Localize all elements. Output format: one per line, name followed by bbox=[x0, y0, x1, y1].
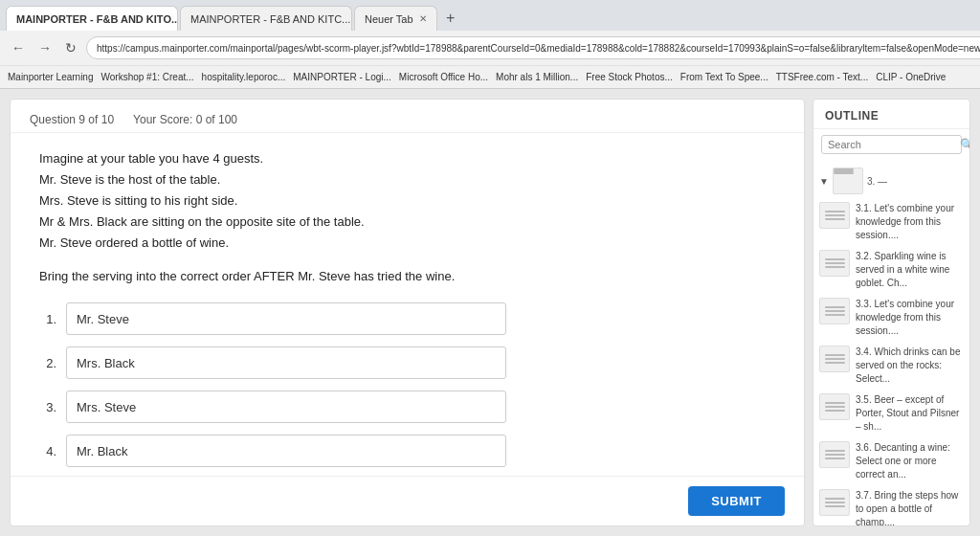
outline-thumb-3-7 bbox=[819, 489, 850, 516]
outline-text-3-3: 3.3. Let's combine your knowledge from t… bbox=[856, 298, 964, 338]
outline-item-3-4[interactable]: 3.4. Which drinks can be served on the r… bbox=[813, 342, 969, 390]
outline-item-3-5[interactable]: 3.5. Beer – except of Porter, Stout and … bbox=[813, 390, 969, 437]
tab-2-label: MAINPORTER - F&B AND KITC... bbox=[190, 13, 350, 25]
question-text: Imagine at your table you have 4 guests.… bbox=[39, 148, 775, 254]
answer-input-4[interactable] bbox=[66, 435, 506, 467]
outline-item-3-2[interactable]: 3.2. Sparkling wine is served in a white… bbox=[813, 246, 969, 294]
bookmark-2[interactable]: Workshop #1: Creat... bbox=[101, 72, 194, 82]
tab-3[interactable]: Neuer Tab ✕ bbox=[354, 6, 437, 31]
answer-number-3: 3. bbox=[39, 400, 56, 414]
outline-item-3-1[interactable]: 3.1. Let's combine your knowledge from t… bbox=[813, 198, 969, 246]
answer-row-1: 1. bbox=[39, 302, 775, 335]
outline-text-3-4: 3.4. Which drinks can be served on the r… bbox=[856, 346, 964, 386]
bookmarks-bar: Mainporter Learning Workshop #1: Creat..… bbox=[0, 65, 980, 88]
answer-input-3[interactable] bbox=[66, 391, 506, 423]
tab-bar: MAINPORTER - F&B AND KITO... ✕ MAINPORTE… bbox=[0, 0, 980, 31]
tab-1-label: MAINPORTER - F&B AND KITO... bbox=[16, 13, 178, 25]
outline-thumb-3-5 bbox=[819, 393, 850, 420]
bookmark-8[interactable]: From Text To Spee... bbox=[680, 72, 768, 82]
outline-expand-row[interactable]: ▼ 3. — bbox=[813, 164, 969, 198]
answer-number-1: 1. bbox=[39, 312, 56, 326]
reload-button[interactable]: ↻ bbox=[61, 38, 80, 57]
forward-button[interactable]: → bbox=[34, 38, 56, 57]
scenario-line-4: Mr & Mrs. Black are sitting on the oppos… bbox=[39, 212, 775, 233]
tab-2[interactable]: MAINPORTER - F&B AND KITC... ✕ bbox=[180, 6, 352, 31]
answer-number-2: 2. bbox=[39, 356, 56, 370]
outline-expand-thumb bbox=[833, 168, 863, 194]
quiz-area: Question 9 of 10 Your Score: 0 of 100 Im… bbox=[10, 99, 805, 526]
url-input[interactable]: https://campus.mainporter.com/mainportal… bbox=[86, 36, 980, 59]
bookmark-1[interactable]: Mainporter Learning bbox=[8, 72, 94, 82]
outline-thumb-3-4 bbox=[819, 346, 850, 372]
search-icon: 🔍 bbox=[960, 138, 970, 151]
bookmark-5[interactable]: Microsoft Office Ho... bbox=[399, 72, 488, 82]
outline-item-3-7[interactable]: 3.7. Bring the steps how to open a bottl… bbox=[813, 485, 969, 525]
question-number: Question 9 of 10 bbox=[30, 113, 114, 126]
answer-row-3: 3. bbox=[39, 391, 775, 423]
tab-3-close[interactable]: ✕ bbox=[419, 13, 427, 24]
answer-row-2: 2. bbox=[39, 346, 775, 379]
outline-text-3-5: 3.5. Beer – except of Porter, Stout and … bbox=[856, 393, 964, 434]
score-display: Your Score: 0 of 100 bbox=[133, 113, 237, 126]
quiz-body: Imagine at your table you have 4 guests.… bbox=[11, 133, 804, 476]
browser-chrome: MAINPORTER - F&B AND KITO... ✕ MAINPORTE… bbox=[0, 0, 980, 89]
back-button[interactable]: ← bbox=[8, 38, 29, 57]
new-tab-button[interactable]: + bbox=[439, 7, 462, 30]
tab-1[interactable]: MAINPORTER - F&B AND KITO... ✕ bbox=[6, 6, 178, 31]
expand-label: 3. — bbox=[867, 176, 887, 187]
outline-list: ▼ 3. — 3.1. Let's combine your knowledge… bbox=[813, 160, 969, 525]
quiz-header: Question 9 of 10 Your Score: 0 of 100 bbox=[11, 100, 804, 133]
answer-input-1[interactable] bbox=[66, 302, 506, 335]
tab-3-label: Neuer Tab bbox=[365, 13, 413, 25]
outline-text-3-6: 3.6. Decanting a wine: Select one or mor… bbox=[856, 441, 964, 481]
outline-thumb-3-1 bbox=[819, 202, 850, 229]
bookmark-9[interactable]: TTSFree.com - Text... bbox=[776, 72, 869, 82]
instruction-text: Bring the serving into the correct order… bbox=[39, 269, 775, 283]
outline-search-box[interactable]: 🔍 bbox=[821, 135, 962, 154]
scenario-line-5: Mr. Steve ordered a bottle of wine. bbox=[39, 233, 775, 254]
outline-search-input[interactable] bbox=[828, 139, 960, 150]
outline-thumb-3-2 bbox=[819, 250, 850, 277]
scenario-line-3: Mrs. Steve is sitting to his right side. bbox=[39, 190, 775, 212]
quiz-footer: SUBMIT bbox=[11, 476, 804, 525]
outline-thumb-3-6 bbox=[819, 441, 850, 468]
main-content: Question 9 of 10 Your Score: 0 of 100 Im… bbox=[0, 89, 980, 536]
outline-text-3-2: 3.2. Sparkling wine is served in a white… bbox=[856, 250, 964, 290]
outline-item-3-6[interactable]: 3.6. Decanting a wine: Select one or mor… bbox=[813, 437, 969, 485]
url-text: https://campus.mainporter.com/mainportal… bbox=[97, 43, 980, 54]
bookmark-3[interactable]: hospitality.leporoc... bbox=[202, 72, 286, 82]
submit-button[interactable]: SUBMIT bbox=[688, 486, 785, 516]
outline-item-3-3[interactable]: 3.3. Let's combine your knowledge from t… bbox=[813, 294, 969, 342]
scenario-line-2: Mr. Steve is the host of the table. bbox=[39, 169, 775, 190]
outline-title: OUTLINE bbox=[813, 100, 969, 129]
outline-text-3-7: 3.7. Bring the steps how to open a bottl… bbox=[856, 489, 964, 525]
outline-thumb-3-3 bbox=[819, 298, 850, 324]
expand-arrow-icon: ▼ bbox=[819, 176, 829, 187]
outline-text-3-1: 3.1. Let's combine your knowledge from t… bbox=[856, 202, 964, 242]
scenario-line-1: Imagine at your table you have 4 guests. bbox=[39, 148, 775, 169]
bookmark-10[interactable]: CLIP - OneDrive bbox=[876, 72, 946, 82]
bookmark-6[interactable]: Mohr als 1 Million... bbox=[496, 72, 578, 82]
outline-panel: OUTLINE 🔍 ▼ 3. — bbox=[813, 99, 970, 526]
answer-row-4: 4. bbox=[39, 435, 775, 467]
address-bar: ← → ↻ https://campus.mainporter.com/main… bbox=[0, 31, 980, 65]
bookmark-7[interactable]: Free Stock Photos... bbox=[586, 72, 673, 82]
answer-input-2[interactable] bbox=[66, 346, 506, 379]
bookmark-4[interactable]: MAINPORTER - Logi... bbox=[293, 72, 391, 82]
answer-number-4: 4. bbox=[39, 444, 56, 458]
